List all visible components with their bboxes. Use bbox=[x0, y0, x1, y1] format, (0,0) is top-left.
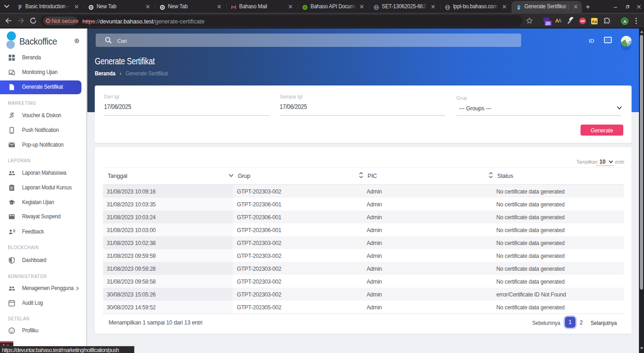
svg-text:ABP: ABP bbox=[581, 20, 585, 23]
